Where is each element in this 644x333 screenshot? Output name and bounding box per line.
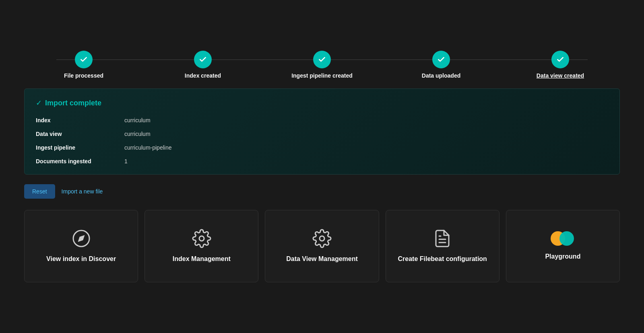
import-new-file-link[interactable]: Import a new file: [62, 188, 103, 195]
step-index-created: Index created: [143, 51, 262, 79]
svg-point-3: [320, 236, 324, 241]
detail-value: 1: [124, 158, 128, 164]
svg-point-2: [199, 236, 204, 241]
gear2-icon: [312, 229, 332, 248]
detail-key: Documents ingested: [36, 158, 124, 164]
nav-card-create-filebeat[interactable]: Create Filebeat configuration: [386, 210, 500, 282]
nav-card-label-index-management: Index Management: [173, 255, 231, 263]
main-container: File processedIndex createdIngest pipeli…: [12, 39, 632, 294]
import-panel: ✓ Import complete IndexcurriculumData vi…: [24, 88, 620, 175]
nav-card-view-index-discover[interactable]: View index in Discover: [24, 210, 138, 282]
step-data-view-created: Data view created: [501, 51, 620, 79]
nav-card-label-data-view-management: Data View Management: [286, 255, 358, 263]
detail-key: Ingest pipeline: [36, 144, 124, 151]
action-buttons: Reset Import a new file: [24, 184, 620, 199]
nav-cards: View index in Discover Index Management …: [24, 210, 620, 282]
step-label-file-processed: File processed: [64, 72, 103, 79]
detail-row: Ingest pipelinecurriculum-pipeline: [36, 144, 608, 151]
compass-icon: [72, 229, 91, 248]
import-details: IndexcurriculumData viewcurriculumIngest…: [36, 117, 608, 164]
nav-card-data-view-management[interactable]: Data View Management: [265, 210, 379, 282]
nav-card-label-create-filebeat: Create Filebeat configuration: [398, 255, 487, 263]
check-icon: ✓: [36, 99, 42, 107]
detail-row: Documents ingested1: [36, 158, 608, 164]
step-circle-ingest-pipeline-created: [313, 51, 331, 68]
import-complete-header: ✓ Import complete: [36, 99, 608, 107]
playground-icon: [551, 231, 575, 246]
step-file-processed: File processed: [24, 51, 143, 79]
detail-value: curriculum: [124, 117, 151, 123]
step-data-uploaded: Data uploaded: [382, 51, 501, 79]
step-label-ingest-pipeline-created: Ingest pipeline created: [291, 72, 353, 79]
gear-icon: [192, 229, 211, 248]
step-circle-data-view-created: [551, 51, 569, 68]
step-label-index-created: Index created: [185, 72, 221, 79]
step-label-data-uploaded: Data uploaded: [422, 72, 460, 79]
nav-card-playground[interactable]: Playground: [506, 210, 620, 282]
detail-key: Index: [36, 117, 124, 123]
step-circle-data-uploaded: [432, 51, 450, 68]
import-complete-title: Import complete: [45, 99, 101, 107]
step-circle-index-created: [194, 51, 212, 68]
reset-button[interactable]: Reset: [24, 184, 55, 199]
detail-row: Data viewcurriculum: [36, 131, 608, 137]
step-label-data-view-created: Data view created: [537, 72, 584, 79]
svg-marker-1: [78, 235, 85, 242]
detail-row: Indexcurriculum: [36, 117, 608, 123]
nav-card-label-playground: Playground: [545, 252, 580, 261]
step-circle-file-processed: [75, 51, 93, 68]
detail-key: Data view: [36, 131, 124, 137]
detail-value: curriculum: [124, 131, 151, 137]
document-icon: [433, 229, 452, 248]
progress-steps: File processedIndex createdIngest pipeli…: [24, 51, 620, 79]
nav-card-label-view-index-discover: View index in Discover: [46, 255, 116, 263]
detail-value: curriculum-pipeline: [124, 144, 172, 151]
nav-card-index-management[interactable]: Index Management: [144, 210, 258, 282]
step-ingest-pipeline-created: Ingest pipeline created: [262, 51, 382, 79]
